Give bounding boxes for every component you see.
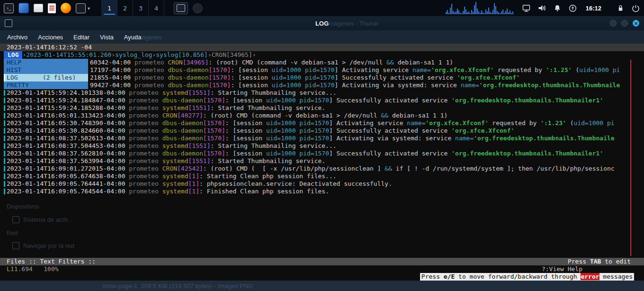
document-icon[interactable]	[48, 3, 56, 13]
view-help-hint: ?:View Help	[542, 265, 582, 273]
close-button[interactable]: ×	[633, 20, 639, 27]
volume-icon[interactable]	[537, 4, 546, 12]
menu-bar: Imágenes ArchivoAccionesEditarVistaAyuda	[0, 30, 644, 44]
log-line: 2023-01-14T16:09:05.764441-04:00 promete…	[0, 180, 644, 188]
log-line: 2023-01-14T16:09:05.674638-04:00 promete…	[0, 173, 644, 180]
top-panel: ›_ ▾ 1234 16:12	[0, 0, 644, 16]
workspace-2[interactable]: 2	[117, 0, 133, 16]
log-line: 2023-01-14T16:08:37.562810-04:00 promete…	[0, 150, 644, 157]
window-buttons: ×	[610, 20, 639, 27]
terminal-launcher-icon[interactable]	[76, 3, 86, 13]
log-line: 2023-01-14T16:08:37.502613-04:00 promete…	[0, 135, 644, 142]
breadcrumb-crumb[interactable]: syslog[10.856]	[156, 51, 208, 59]
log-line: 17197-04:00 prometeo dbus-daemon[1570]: …	[0, 66, 644, 74]
workspace-3[interactable]: 3	[133, 0, 149, 16]
firefox-icon[interactable]	[61, 3, 71, 13]
log-line: 21855-04:00 prometeo dbus-daemon[1570]: …	[0, 74, 644, 82]
log-line: 2023-01-14T16:09:05.764544-04:00 promete…	[0, 188, 644, 195]
breadcrumb-view[interactable]: LOG	[4, 51, 22, 59]
dropdown-item-label: HELP	[7, 59, 43, 66]
notifications-bell-icon[interactable]	[553, 4, 562, 12]
breadcrumb-crumb[interactable]: syslog_log	[115, 51, 152, 59]
screen: ›_ ▾ 1234 16:12	[0, 0, 644, 291]
crumb-separator-icon: ›	[252, 51, 256, 59]
terminal: 2023-01-14T16:12:52 -04 LOG ›2023-01-14T…	[0, 44, 644, 281]
current-time-status: 2023-01-14T16:12:52 -04	[7, 44, 92, 51]
status-tab-hint: Press TAB to edit	[568, 258, 631, 265]
menu-ayuda[interactable]: Ayuda	[120, 32, 146, 42]
desktop: show-page-1 209.5 KiB (214.507 bytes) - …	[0, 281, 644, 291]
dropdown-item-label: PRETTY	[7, 82, 43, 89]
panel-right: 16:12	[446, 0, 640, 16]
line-number-percent: L11.694 100%	[7, 265, 59, 273]
menu-acciones[interactable]: Acciones	[34, 32, 67, 42]
lnav-top-status: 2023-01-14T16:12:52 -04	[0, 44, 644, 51]
crumb-separator-icon: ›	[208, 51, 212, 59]
log-lines: 60342-04:00 prometeo CRON[34965]: (root)…	[0, 59, 644, 258]
chevron-down-icon[interactable]: ▾	[88, 6, 90, 11]
log-line: 2023-01-14T16:05:01.313423-04:00 promete…	[0, 112, 644, 119]
log-line: 2023-01-14T16:05:30.748390-04:00 promete…	[0, 119, 644, 127]
error-highlight: error	[581, 273, 599, 280]
clock[interactable]: 16:12	[586, 5, 601, 12]
active-task-terminal-button[interactable]	[174, 2, 188, 14]
panel-left: ›_ ▾ 1234	[4, 0, 203, 16]
window-title: LOG	[0, 20, 644, 27]
lnav-help-row: Press e/E to move forward/backward throu…	[0, 273, 644, 281]
dropdown-item-count: (2 files)	[43, 74, 76, 82]
dropdown-item-hist[interactable]: HIST	[4, 66, 88, 74]
log-line: 99427-04:00 prometeo dbus-daemon[1570]: …	[0, 82, 644, 89]
display-icon[interactable]	[522, 4, 531, 12]
log-line: 2023-01-14T16:09:01.272015-04:00 promete…	[0, 165, 644, 173]
workspace-4[interactable]: 4	[149, 0, 164, 16]
background-window-title: Imágenes - Thunar	[327, 20, 379, 27]
log-line: 2023-01-14T16:05:30.824660-04:00 promete…	[0, 127, 644, 135]
session-power-icon[interactable]	[631, 4, 640, 13]
menu-archivo[interactable]: Archivo	[3, 32, 32, 42]
menu-editar[interactable]: Editar	[69, 32, 94, 42]
crumb-separator-icon: ›	[22, 51, 26, 59]
file-manager-icon[interactable]	[34, 4, 43, 12]
update-icon[interactable]	[568, 4, 577, 13]
dropdown-item-label: LOG	[7, 74, 43, 82]
dropdown-item-label: HIST	[7, 66, 43, 74]
app-window-icon[interactable]	[18, 3, 29, 13]
log-window: LOG Imágenes - Thunar × Imágenes Archivo…	[0, 16, 644, 281]
crumb-separator-icon: ›	[111, 51, 115, 59]
lnav-line-info: L11.694 100% ?:View Help	[0, 265, 644, 273]
log-line: 2023-01-14T15:59:24.185288-04:00 promete…	[0, 104, 644, 112]
dropdown-item-help[interactable]: HELP	[4, 59, 88, 66]
workspace-1[interactable]: 1	[102, 0, 117, 16]
prompt-glyph: ›_	[7, 6, 11, 10]
menu-vista[interactable]: Vista	[96, 32, 118, 42]
minimize-button[interactable]	[610, 20, 617, 27]
breadcrumb-crumb[interactable]: CRON[34965]	[212, 51, 252, 59]
log-line: 2023-01-14T16:08:37.504453-04:00 promete…	[0, 142, 644, 150]
lock-icon[interactable]	[617, 4, 625, 12]
breadcrumb: LOG ›2023-01-14T15:55:01.260›syslog_log›…	[0, 51, 644, 59]
terminal-icon[interactable]: ›_	[4, 3, 14, 13]
dropdown-item-pretty[interactable]: PRETTY	[4, 82, 88, 89]
breadcrumb-crumb[interactable]: 2023-01-14T15:55:01.260	[26, 51, 111, 59]
workspace-switcher: 1234	[101, 0, 164, 16]
log-line: 2023-01-14T15:59:24.184847-04:00 promete…	[0, 97, 644, 104]
error-scroll-indicator	[630, 60, 631, 256]
app-circle-icon[interactable]	[193, 3, 203, 13]
crumb-separator-icon: ›	[152, 51, 156, 59]
system-monitor-graph[interactable]	[446, 2, 513, 14]
log-line: 60342-04:00 prometeo CRON[34965]: (root)…	[0, 59, 644, 66]
log-line: 2023-01-14T16:08:37.563994-04:00 promete…	[0, 157, 644, 165]
dropdown-item-log[interactable]: LOG(2 files)	[4, 74, 88, 82]
terminal-window-icon	[177, 4, 185, 12]
log-line: 2023-01-14T15:59:24.101338-04:00 promete…	[0, 89, 644, 97]
view-dropdown: HELPHISTLOG(2 files)PRETTY	[4, 59, 88, 89]
background-file-status: show-page-1 209.5 KiB (214.507 bytes) - …	[102, 282, 253, 290]
titlebar[interactable]: LOG Imágenes - Thunar ×	[0, 16, 644, 30]
maximize-button[interactable]	[621, 20, 628, 27]
lnav-status-bar: Files :: Text Filters :: Press TAB to ed…	[0, 258, 644, 265]
error-nav-hint: Press e/E to move forward/backward throu…	[420, 273, 634, 281]
status-filters[interactable]: Files :: Text Filters ::	[7, 258, 96, 265]
window-terminal-icon	[5, 19, 12, 27]
